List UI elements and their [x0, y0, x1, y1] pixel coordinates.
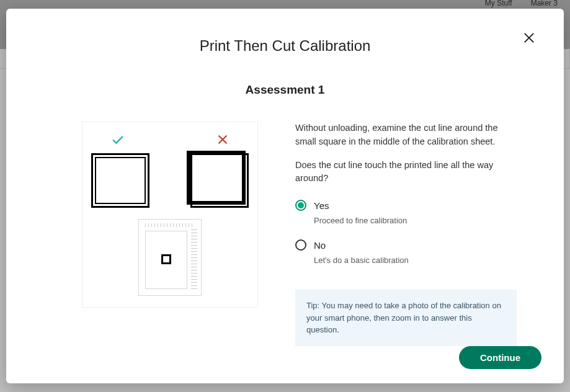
- check-icon: [111, 133, 125, 147]
- modal-subtitle: Assessment 1: [29, 83, 541, 97]
- modal-footer: Continue: [29, 346, 541, 369]
- radio-label: No: [314, 239, 409, 253]
- bad-alignment-square: [190, 153, 249, 208]
- question-text: Does the cut line touch the printed line…: [295, 159, 517, 186]
- calibration-sheet-diagram: [138, 219, 202, 296]
- calibration-modal: Print Then Cut Calibration Assessment 1: [6, 9, 564, 383]
- radio-label: Yes: [314, 199, 407, 213]
- close-icon: [523, 32, 535, 44]
- modal-content: Without unloading, examine the cut line …: [29, 122, 541, 346]
- radio-option-no[interactable]: No Let's do a basic calibration: [295, 239, 517, 266]
- good-alignment-square: [91, 153, 149, 208]
- radio-icon: [295, 200, 306, 211]
- continue-label: Continue: [480, 352, 520, 363]
- calibration-illustration: [82, 122, 258, 308]
- modal-title: Print Then Cut Calibration: [29, 37, 541, 55]
- radio-icon: [295, 239, 306, 251]
- tip-box: Tip: You may need to take a photo of the…: [295, 290, 517, 346]
- continue-button[interactable]: Continue: [459, 346, 541, 369]
- x-mark-icon: [216, 133, 229, 146]
- radio-sublabel: Proceed to fine calibration: [314, 215, 407, 227]
- radio-option-yes[interactable]: Yes Proceed to fine calibration: [295, 199, 517, 226]
- instruction-text: Without unloading, examine the cut line …: [295, 122, 517, 149]
- radio-sublabel: Let's do a basic calibration: [314, 254, 409, 267]
- close-button[interactable]: [522, 31, 537, 46]
- instruction-panel: Without unloading, examine the cut line …: [295, 122, 517, 346]
- tip-text: Tip: You may need to take a photo of the…: [306, 301, 501, 334]
